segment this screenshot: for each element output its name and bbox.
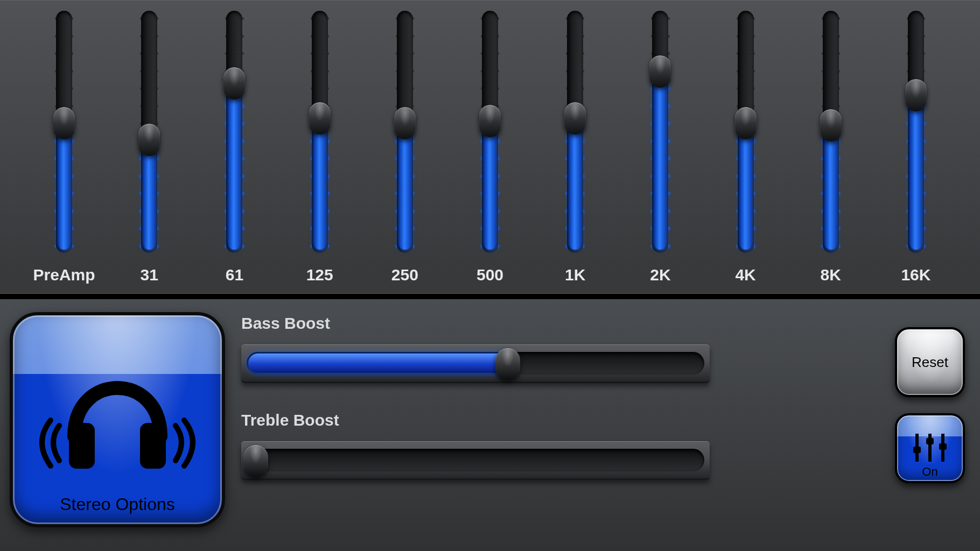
eq-band-label: 1K: [565, 258, 585, 289]
eq-slider[interactable]: [738, 11, 754, 253]
svg-rect-0: [69, 423, 95, 469]
bass-boost-slider[interactable]: [241, 344, 710, 383]
eq-slider[interactable]: [823, 11, 839, 253]
eq-slider[interactable]: [567, 11, 583, 253]
eq-slider[interactable]: [56, 11, 72, 253]
eq-band-label: 8K: [821, 258, 841, 289]
eq-band-1k: 1K: [533, 11, 618, 294]
treble-boost-label: Treble Boost: [241, 411, 879, 429]
eq-band-label: 250: [391, 258, 418, 289]
svg-rect-5: [913, 447, 921, 453]
eq-band-2k: 2K: [618, 11, 703, 294]
sliders-icon: [908, 428, 951, 467]
headphones-icon: [37, 345, 198, 479]
svg-rect-6: [926, 438, 934, 444]
bass-boost-label: Bass Boost: [241, 314, 879, 333]
eq-band-500: 500: [447, 11, 533, 294]
boost-column: Bass Boost Treble Boost: [241, 312, 879, 546]
eq-slider[interactable]: [908, 11, 924, 253]
right-button-column: Reset On: [895, 312, 970, 546]
eq-band-16k: 16K: [873, 11, 958, 294]
stereo-options-button[interactable]: Stereo Options: [10, 312, 225, 527]
reset-label: Reset: [912, 354, 948, 371]
eq-slider[interactable]: [141, 11, 157, 253]
eq-slider[interactable]: [397, 11, 413, 253]
eq-band-label: 500: [477, 258, 503, 289]
eq-band-label: 16K: [901, 258, 930, 289]
eq-band-label: PreAmp: [33, 258, 95, 289]
eq-slider[interactable]: [482, 11, 498, 253]
stereo-options-label: Stereo Options: [60, 495, 174, 514]
eq-band-label: 61: [226, 258, 243, 289]
eq-slider[interactable]: [226, 11, 242, 253]
eq-band-61: 61: [192, 11, 277, 294]
on-label: On: [922, 465, 937, 479]
eq-band-4k: 4K: [703, 11, 788, 294]
reset-button[interactable]: Reset: [895, 327, 965, 397]
eq-band-preamp: PreAmp: [22, 11, 107, 294]
eq-band-label: 31: [141, 258, 158, 289]
svg-rect-1: [140, 423, 166, 469]
eq-band-label: 2K: [650, 258, 670, 289]
eq-band-8k: 8K: [788, 11, 873, 294]
eq-slider[interactable]: [312, 11, 328, 253]
eq-band-31: 31: [107, 11, 192, 294]
eq-band-125: 125: [277, 11, 362, 294]
bottom-panel: Stereo Options Bass Boost Treble Boost R…: [0, 299, 980, 546]
eq-band-label: 4K: [735, 258, 755, 289]
eq-on-button[interactable]: On: [895, 413, 965, 483]
treble-boost-slider[interactable]: [241, 441, 710, 480]
equalizer-panel: PreAmp31611252505001K2K4K8K16K: [0, 0, 980, 299]
svg-rect-7: [939, 443, 947, 450]
eq-band-label: 125: [306, 258, 333, 289]
eq-band-250: 250: [362, 11, 447, 294]
eq-slider[interactable]: [652, 11, 668, 253]
